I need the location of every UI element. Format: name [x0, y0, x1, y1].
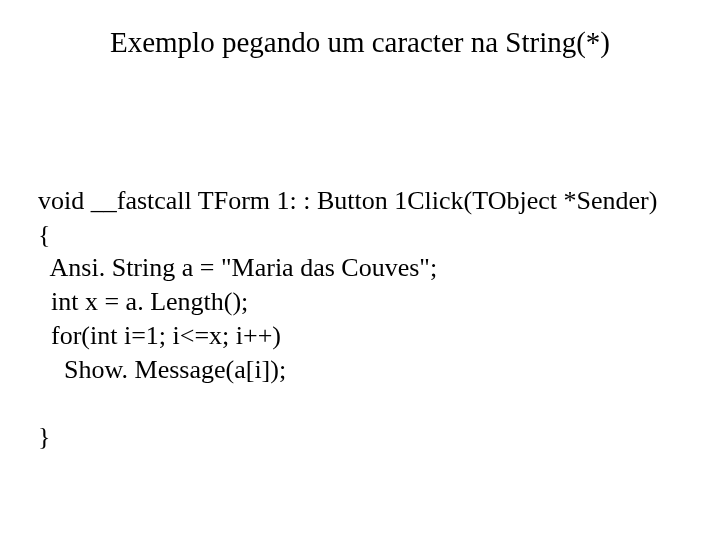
- code-line: Ansi. String a = "Maria das Couves";: [38, 253, 437, 282]
- slide-title: Exemplo pegando um caracter na String(*): [0, 26, 720, 59]
- code-block: void __fastcall TForm 1: : Button 1Click…: [38, 150, 688, 454]
- code-line: void __fastcall TForm 1: : Button 1Click…: [38, 186, 657, 215]
- code-line: int x = a. Length();: [38, 287, 248, 316]
- code-line: Show. Message(a[i]);: [38, 355, 286, 384]
- code-line: {: [38, 220, 50, 249]
- code-line: }: [38, 422, 50, 451]
- slide: Exemplo pegando um caracter na String(*)…: [0, 0, 720, 540]
- code-line: for(int i=1; i<=x; i++): [38, 321, 281, 350]
